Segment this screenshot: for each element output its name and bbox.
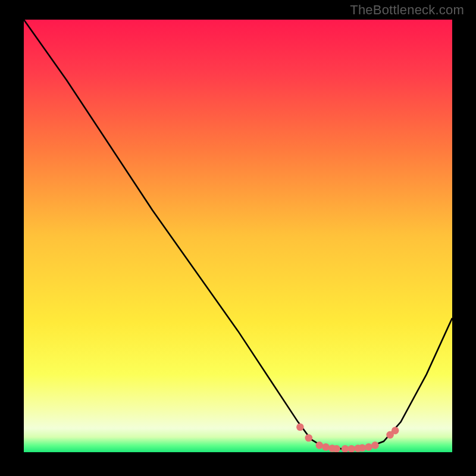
highlight-dot: [296, 424, 304, 431]
highlight-dot: [305, 434, 313, 442]
highlight-dot: [392, 427, 399, 434]
highlight-dot: [365, 443, 372, 451]
highlight-dot: [322, 443, 330, 451]
highlight-dot: [316, 441, 324, 449]
highlight-dot: [371, 441, 379, 449]
attribution-label: TheBottleneck.com: [350, 2, 464, 18]
gradient-background: [24, 20, 452, 452]
highlight-dot: [359, 444, 367, 452]
plot-area: [24, 20, 452, 452]
highlight-dot: [342, 445, 349, 452]
chart-container: TheBottleneck.com: [0, 0, 476, 476]
highlight-dot: [348, 445, 356, 452]
chart-svg: [24, 20, 452, 452]
highlight-dot: [333, 445, 340, 452]
